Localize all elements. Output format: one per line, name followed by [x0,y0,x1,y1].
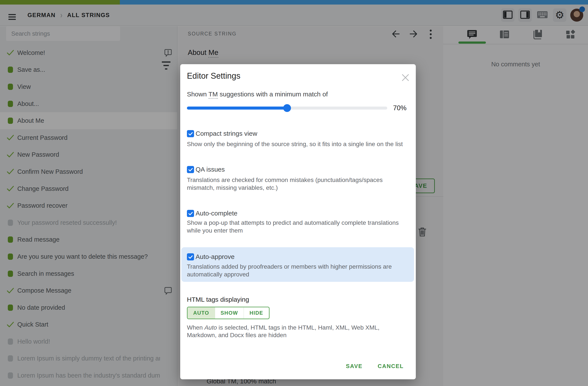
slider-thumb[interactable] [283,104,291,112]
html-tags-option-show[interactable]: SHOW [215,307,244,319]
tm-match-value: 70% [393,104,406,112]
setting-description: Translations are checked for common mist… [187,176,405,192]
compact-strings-checkbox[interactable] [187,130,194,137]
close-icon[interactable] [401,73,410,82]
modal-title: Editor Settings [187,71,240,81]
html-tags-option-hide[interactable]: HIDE [244,307,269,319]
setting-description: Show only the beginning of the source st… [187,140,405,148]
html-tags-toggle: AUTOSHOWHIDE [187,307,270,319]
modal-actions: SAVE CANCEL [346,363,404,369]
setting-label[interactable]: QA issues [196,166,225,173]
setting-description: Show a pop-up that attempts to predict a… [187,219,405,234]
slider-fill [187,107,287,110]
auto-complete-checkbox[interactable] [187,210,194,217]
qa-issues-checkbox[interactable] [187,166,194,173]
save-button[interactable]: SAVE [346,363,363,369]
auto-approve-checkbox[interactable] [187,253,194,260]
tm-match-slider[interactable] [187,107,387,110]
setting-description: Translations added by proofreaders or me… [187,263,405,278]
setting-label[interactable]: Auto-approve [196,253,234,260]
setting-label[interactable]: Auto-complete [196,210,237,217]
translation-editor-app: GERMAN › ALL STRINGS [0,0,588,386]
setting-label[interactable]: Compact strings view [196,130,257,137]
cancel-button[interactable]: CANCEL [378,363,404,369]
html-tags-option-auto[interactable]: AUTO [188,307,215,319]
tm-abbr: TM [209,91,218,99]
html-tags-description: When Auto is selected, HTML tags in the … [187,324,405,339]
editor-settings-modal: Editor Settings Shown TM suggestions wit… [180,64,416,379]
html-tags-heading: HTML tags displaying [187,296,249,303]
tm-match-label: Shown TM suggestions with a minimum matc… [187,91,328,98]
